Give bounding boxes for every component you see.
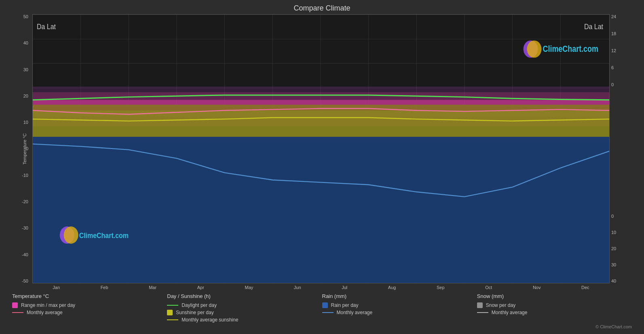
chart-area-wrapper: Temperature °C 50 40 30 20 10 0 -10 -20 … bbox=[8, 14, 636, 283]
legend-snow-bar: Snow per day bbox=[477, 302, 632, 308]
legend-rain-bar: Rain per day bbox=[322, 302, 477, 308]
svg-text:ClimeChart.com: ClimeChart.com bbox=[79, 231, 129, 240]
legend-daylight-label: Daylight per day bbox=[182, 302, 217, 308]
rain-avg-line bbox=[322, 312, 334, 313]
legend-temp-range: Range min / max per day bbox=[12, 302, 167, 308]
chart-main: Da Lat Da Lat ClimeChart.com ClimeChart.… bbox=[32, 14, 610, 283]
x-label-feb: Feb bbox=[101, 285, 108, 290]
x-label-aug: Aug bbox=[388, 285, 396, 290]
svg-point-36 bbox=[527, 40, 542, 58]
svg-point-39 bbox=[64, 226, 78, 244]
y-axis-left: Temperature °C 50 40 30 20 10 0 -10 -20 … bbox=[8, 14, 32, 283]
legend-daylight: Daylight per day bbox=[167, 302, 322, 308]
temp-range-swatch bbox=[12, 302, 18, 308]
snow-swatch bbox=[477, 302, 483, 308]
x-label-oct: Oct bbox=[485, 285, 492, 290]
legend-sunshine: Day / Sunshine (h) Daylight per day Suns… bbox=[167, 293, 322, 323]
y-axis-right: Day / Sunshine (h) 24 18 12 6 0 Rain / S… bbox=[610, 14, 636, 283]
legend-area: Temperature °C Range min / max per day M… bbox=[8, 290, 636, 324]
sunshine-swatch bbox=[167, 310, 173, 315]
legend-snow-avg: Monthly average bbox=[477, 310, 632, 315]
legend-temp: Temperature °C Range min / max per day M… bbox=[12, 293, 167, 323]
snow-avg-line bbox=[477, 312, 488, 313]
x-label-jul: Jul bbox=[342, 285, 347, 290]
legend-rain-avg: Monthly average bbox=[322, 310, 477, 315]
legend-sunshine-avg: Monthly average sunshine bbox=[167, 317, 322, 323]
legend-rain-label: Rain per day bbox=[331, 302, 359, 308]
x-label-nov: Nov bbox=[533, 285, 541, 290]
legend-sunshine-title: Day / Sunshine (h) bbox=[167, 293, 322, 299]
x-axis: Jan Feb Mar Apr May Jun Jul Aug Sep Oct … bbox=[8, 283, 636, 290]
x-label-apr: Apr bbox=[197, 285, 204, 290]
x-label-jan: Jan bbox=[53, 285, 60, 290]
chart-svg: Da Lat Da Lat ClimeChart.com ClimeChart.… bbox=[33, 15, 609, 283]
legend-temp-title: Temperature °C bbox=[12, 293, 167, 299]
x-label-may: May bbox=[245, 285, 253, 290]
legend-snow-avg-label: Monthly average bbox=[492, 310, 528, 315]
legend-temp-avg: Monthly average bbox=[12, 310, 167, 315]
copyright: © ClimeChart.com bbox=[8, 324, 636, 330]
location-left: Da Lat bbox=[37, 22, 56, 31]
rain-swatch bbox=[322, 302, 328, 308]
legend-rain-avg-label: Monthly average bbox=[337, 310, 373, 315]
temp-avg-line bbox=[12, 312, 23, 313]
legend-rain: Rain (mm) Rain per day Monthly average bbox=[322, 293, 477, 323]
svg-text:ClimeChart.com: ClimeChart.com bbox=[543, 44, 598, 54]
legend-snow: Snow (mm) Snow per day Monthly average bbox=[477, 293, 632, 323]
legend-snow-title: Snow (mm) bbox=[477, 293, 632, 299]
x-label-sep: Sep bbox=[437, 285, 445, 290]
y-axis-left-label: Temperature °C bbox=[22, 133, 27, 164]
legend-rain-title: Rain (mm) bbox=[322, 293, 477, 299]
x-label-jun: Jun bbox=[294, 285, 301, 290]
legend-temp-range-label: Range min / max per day bbox=[21, 302, 75, 308]
chart-title: Compare Climate bbox=[8, 4, 636, 13]
x-label-dec: Dec bbox=[581, 285, 589, 290]
svg-rect-34 bbox=[33, 137, 609, 283]
legend-sunshine-label: Sunshine per day bbox=[176, 310, 213, 315]
legend-sunshine-bar: Sunshine per day bbox=[167, 310, 322, 315]
sunshine-avg-line bbox=[167, 319, 178, 320]
x-label-mar: Mar bbox=[149, 285, 156, 290]
legend-temp-avg-label: Monthly average bbox=[27, 310, 63, 315]
main-container: Compare Climate Temperature °C 50 40 30 … bbox=[0, 0, 644, 334]
location-right: Da Lat bbox=[584, 22, 603, 31]
legend-snow-label: Snow per day bbox=[486, 302, 515, 308]
legend-sunshine-avg-label: Monthly average sunshine bbox=[182, 317, 238, 323]
daylight-line bbox=[167, 305, 178, 306]
